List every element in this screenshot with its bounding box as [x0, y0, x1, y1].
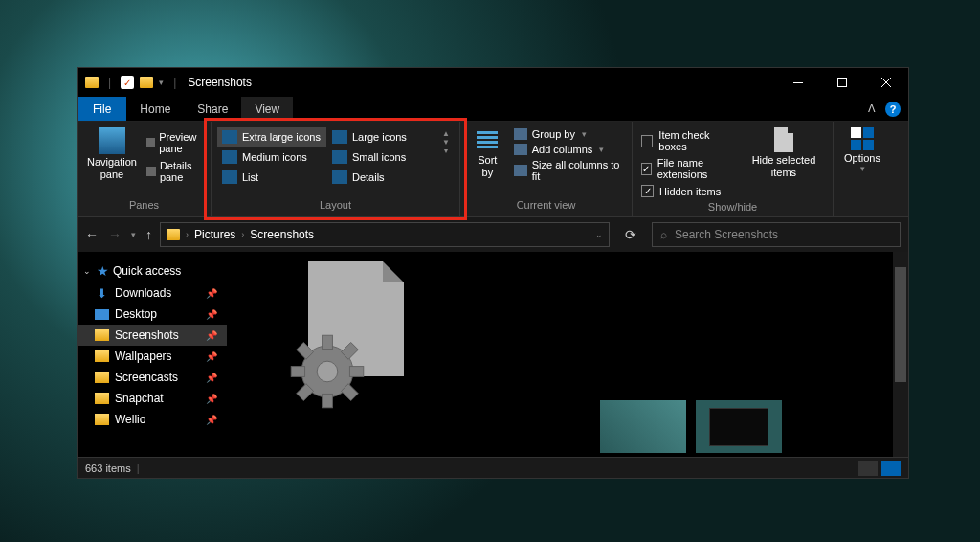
explorer-window: | ✓ ▾ | Screenshots File Home Share View…	[77, 67, 909, 479]
svg-rect-1	[838, 79, 847, 87]
extra-large-icons-button[interactable]: Extra large icons	[217, 127, 326, 147]
home-tab[interactable]: Home	[126, 97, 184, 121]
sidebar-item-downloads[interactable]: ⬇Downloads📌	[78, 282, 227, 304]
help-icon[interactable]: ?	[885, 102, 901, 117]
small-icons-button[interactable]: Small icons	[327, 147, 436, 167]
svg-rect-5	[291, 367, 304, 377]
pin-icon: 📌	[206, 351, 217, 362]
content-area[interactable]	[227, 252, 908, 457]
item-checkboxes-toggle[interactable]: Item check boxes	[638, 127, 739, 154]
medium-icons-button[interactable]: Medium icons	[217, 147, 326, 167]
hidden-items-toggle[interactable]: ✓Hidden items	[638, 183, 739, 199]
document-icon	[774, 127, 793, 152]
scroll-down-icon[interactable]: ▼	[442, 138, 450, 147]
qat-dropdown-icon[interactable]: ▾	[159, 78, 164, 87]
close-button[interactable]	[864, 68, 908, 97]
file-thumbnail[interactable]	[696, 400, 782, 453]
chevron-down-icon[interactable]: ⌄	[83, 266, 93, 276]
large-icons-button[interactable]: Large icons	[327, 127, 436, 147]
sidebar-item-screenshots[interactable]: Screenshots📌	[78, 325, 227, 346]
desktop-icon	[95, 309, 109, 320]
showhide-label: Show/hide	[638, 199, 827, 215]
file-thumbnail[interactable]	[600, 400, 686, 453]
folder-icon	[95, 414, 109, 425]
size-all-button[interactable]: Size all columns to fit	[511, 158, 626, 183]
panes-group: Navigation pane Preview pane Details pan…	[78, 122, 212, 216]
layout-large-icon	[332, 130, 347, 144]
sidebar-item-wallpapers[interactable]: Wallpapers📌	[78, 346, 227, 367]
checkbox-checked: ✓	[641, 163, 652, 175]
view-tab[interactable]: View	[241, 97, 293, 121]
svg-rect-6	[349, 367, 363, 377]
navigation-pane-label: Navigation pane	[87, 156, 137, 181]
scrollbar-vertical[interactable]	[893, 252, 908, 457]
file-menu[interactable]: File	[78, 97, 126, 121]
forward-button[interactable]: →	[108, 227, 122, 242]
address-dropdown-icon[interactable]: ⌄	[595, 230, 603, 239]
list-button[interactable]: List	[217, 168, 326, 187]
layout-scroll[interactable]: ▲▼▾	[438, 125, 454, 159]
layout-xl-icon	[222, 130, 237, 144]
collapse-ribbon-icon[interactable]: ᐱ	[868, 102, 876, 115]
sizeall-icon	[514, 165, 527, 176]
navigation-pane-icon	[99, 127, 125, 154]
options-button[interactable]: Options ▾	[838, 125, 886, 175]
group-icon	[514, 128, 527, 140]
maximize-button[interactable]	[820, 68, 864, 97]
pin-icon: 📌	[206, 288, 217, 299]
checkbox-unchecked	[641, 135, 653, 147]
details-pane-icon	[146, 167, 156, 176]
breadcrumb-pictures[interactable]: Pictures	[194, 228, 235, 241]
pin-icon: 📌	[206, 330, 217, 341]
navigation-pane-button[interactable]: Navigation pane	[83, 125, 141, 183]
showhide-group: Item check boxes ✓File name extensions ✓…	[633, 122, 834, 216]
current-view-group: Sort by Group by▾ Add columns▾ Size all …	[460, 122, 633, 216]
pin-icon: 📌	[206, 373, 217, 383]
item-count: 663 items	[85, 463, 131, 474]
sidebar-item-wellio[interactable]: Wellio📌	[78, 409, 227, 430]
layout-group: Extra large icons Large icons Medium ico…	[212, 122, 460, 216]
folder-icon	[167, 229, 180, 240]
folder-icon	[95, 329, 109, 341]
sidebar-item-screencasts[interactable]: Screencasts📌	[78, 367, 227, 388]
quick-access[interactable]: ⌄ ★ Quick access	[78, 260, 227, 282]
share-tab[interactable]: Share	[184, 97, 241, 121]
sidebar-item-snapchat[interactable]: Snapchat📌	[78, 388, 227, 409]
checkbox-checked: ✓	[641, 185, 654, 197]
search-box[interactable]: ⌕ Search Screenshots	[652, 222, 901, 247]
refresh-button[interactable]: ⟳	[617, 227, 644, 242]
scroll-up-icon[interactable]: ▲	[442, 129, 450, 138]
details-button[interactable]: Details	[327, 168, 436, 187]
preview-pane-button[interactable]: Preview pane	[143, 129, 205, 156]
hide-selected-button[interactable]: Hide selected items	[741, 125, 827, 181]
scroll-expand-icon[interactable]: ▾	[444, 147, 448, 155]
details-pane-button[interactable]: Details pane	[143, 158, 205, 185]
add-columns-button[interactable]: Add columns▾	[511, 143, 626, 156]
minimize-button[interactable]	[776, 68, 820, 97]
layout-label: Layout	[217, 197, 454, 213]
separator: |	[108, 76, 111, 89]
folder-icon	[95, 393, 109, 404]
details-view-button[interactable]	[858, 461, 878, 476]
search-placeholder: Search Screenshots	[675, 228, 778, 241]
file-item-settings[interactable]	[284, 261, 409, 424]
address-box[interactable]: › Pictures › Screenshots ⌄	[160, 222, 610, 247]
qat-save-icon[interactable]: ✓	[121, 76, 134, 89]
group-by-button[interactable]: Group by▾	[511, 127, 626, 141]
thumbnails-view-button[interactable]	[881, 461, 901, 476]
chevron-right-icon: ›	[241, 230, 244, 239]
pin-icon: 📌	[206, 415, 217, 425]
titlebar[interactable]: | ✓ ▾ | Screenshots	[78, 68, 908, 97]
history-dropdown-icon[interactable]: ▾	[131, 230, 136, 239]
up-button[interactable]: ↑	[145, 227, 152, 242]
qat-folder-icon[interactable]	[140, 77, 153, 88]
window-controls	[776, 68, 908, 97]
svg-rect-3	[323, 335, 333, 349]
file-extensions-toggle[interactable]: ✓File name extensions	[638, 155, 739, 182]
back-button[interactable]: ←	[85, 227, 99, 242]
menubar: File Home Share View ᐱ ?	[78, 97, 908, 122]
star-icon: ★	[97, 263, 109, 279]
sidebar-item-desktop[interactable]: Desktop📌	[78, 304, 227, 325]
sort-by-button[interactable]: Sort by	[466, 125, 509, 181]
breadcrumb-screenshots[interactable]: Screenshots	[250, 228, 314, 241]
